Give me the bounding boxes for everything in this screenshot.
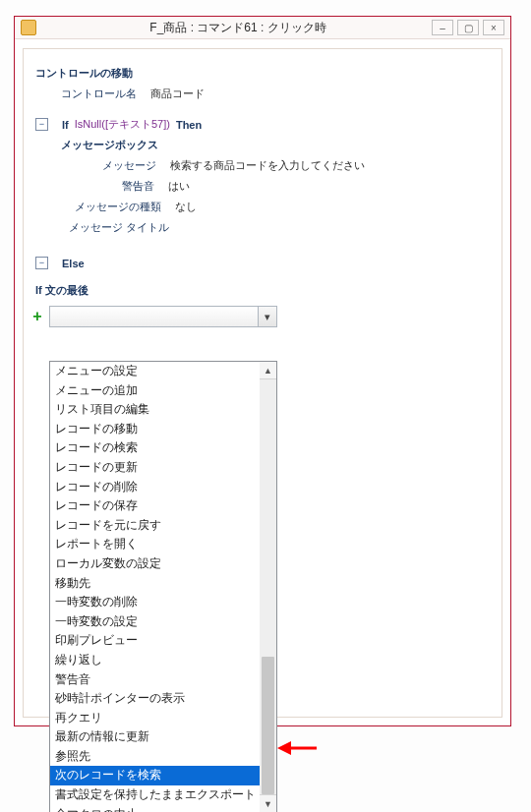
dropdown-item[interactable]: ローカル変数の設定 <box>50 554 260 574</box>
msgbox-title-row: メッセージ タイトル <box>69 217 494 238</box>
if-block-header[interactable]: − If IsNull([テキスト57]) Then <box>35 114 494 135</box>
dropdown-item[interactable]: レポートを開く <box>50 535 260 554</box>
action-select-value <box>50 307 258 326</box>
minimize-button[interactable]: – <box>432 20 453 35</box>
scroll-down-button[interactable]: ▼ <box>260 794 276 812</box>
dropdown-item[interactable]: レコードを元に戻す <box>50 516 260 536</box>
msgbox-message-label: メッセージ <box>102 158 156 173</box>
dropdown-item[interactable]: 再クエリ <box>50 709 260 728</box>
msgbox-message-value: 検索する商品コードを入力してください <box>170 158 365 173</box>
new-action-row[interactable]: + ▾ <box>31 303 494 330</box>
endif-label: If 文の最後 <box>35 280 494 301</box>
action-gotocontrol[interactable]: コントロールの移動 <box>35 63 494 84</box>
msgbox-message-row: メッセージ 検索する商品コードを入力してください <box>102 155 494 176</box>
if-expression: IsNull([テキスト57]) <box>75 117 170 132</box>
titlebar: F_商品 : コマンド61 : クリック時 – ▢ × <box>15 17 510 39</box>
dropdown-item[interactable]: 移動先 <box>50 574 260 594</box>
dropdown-scrollbar[interactable]: ▲ ▼ <box>260 362 276 812</box>
dropdown-item[interactable]: レコードの削除 <box>50 478 260 497</box>
msgbox-beep-row: 警告音 はい <box>102 176 494 197</box>
msgbox-type-value: なし <box>175 200 197 214</box>
dropdown-item[interactable]: メニューの設定 <box>50 362 260 381</box>
scroll-thumb[interactable] <box>262 657 274 794</box>
dropdown-item[interactable]: 一時変数の削除 <box>50 593 260 612</box>
msgbox-beep-value: はい <box>168 179 190 194</box>
add-action-icon[interactable]: + <box>31 308 43 325</box>
action-messagebox[interactable]: メッセージボックス <box>61 135 494 155</box>
dropdown-item[interactable]: 書式設定を保持したままエクスポート <box>50 785 260 805</box>
msgbox-type-label: メッセージの種類 <box>75 200 161 214</box>
window-title: F_商品 : コマンド61 : クリック時 <box>44 20 432 36</box>
dropdown-item[interactable]: レコードの保存 <box>50 496 260 516</box>
annotation-arrow <box>277 739 317 757</box>
dropdown-item[interactable]: 一時変数の設定 <box>50 612 260 632</box>
collapse-icon[interactable]: − <box>35 118 48 131</box>
dropdown-item[interactable]: レコードの検索 <box>50 438 260 458</box>
gotocontrol-arg-label: コントロール名 <box>61 87 137 101</box>
then-keyword: Then <box>176 119 202 131</box>
dropdown-item[interactable]: リスト項目の編集 <box>50 400 260 420</box>
scroll-up-button[interactable]: ▲ <box>260 362 276 379</box>
dropdown-item[interactable]: 全マクロの中止 <box>50 805 260 812</box>
dropdown-item[interactable]: 印刷プレビュー <box>50 631 260 651</box>
msgbox-type-row: メッセージの種類 なし <box>75 197 494 217</box>
gotocontrol-arg-row: コントロール名 商品コード <box>61 84 494 104</box>
else-keyword: Else <box>62 258 85 269</box>
dropdown-item[interactable]: 参照先 <box>50 747 260 767</box>
dropdown-item[interactable]: レコードの移動 <box>50 420 260 439</box>
if-keyword: If <box>62 119 69 131</box>
dropdown-item[interactable]: メニューの追加 <box>50 381 260 401</box>
action-select[interactable]: ▾ <box>49 306 277 327</box>
close-button[interactable]: × <box>483 20 504 35</box>
app-icon <box>21 20 36 35</box>
else-block-header[interactable]: − Else <box>35 254 494 272</box>
svg-marker-1 <box>277 741 291 755</box>
maximize-button[interactable]: ▢ <box>457 20 479 35</box>
chevron-down-icon[interactable]: ▾ <box>258 307 276 326</box>
dropdown-item[interactable]: レコードの更新 <box>50 458 260 478</box>
dropdown-item[interactable]: 繰り返し <box>50 651 260 670</box>
msgbox-title-label: メッセージ タイトル <box>69 220 169 235</box>
collapse-icon[interactable]: − <box>35 257 48 269</box>
msgbox-beep-label: 警告音 <box>122 179 154 194</box>
gotocontrol-arg-value: 商品コード <box>150 87 205 101</box>
dropdown-item[interactable]: 砂時計ポインターの表示 <box>50 689 260 709</box>
dropdown-item[interactable]: 警告音 <box>50 670 260 690</box>
dropdown-item[interactable]: 次のレコードを検索 <box>50 766 260 785</box>
action-dropdown[interactable]: メニューの設定メニューの追加リスト項目の編集レコードの移動レコードの検索レコード… <box>49 361 277 812</box>
dropdown-item[interactable]: 最新の情報に更新 <box>50 727 260 747</box>
